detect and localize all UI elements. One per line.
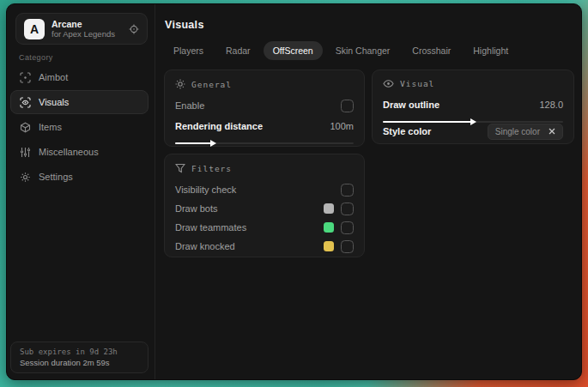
rendering-distance-value: 100m (330, 121, 354, 131)
card-title: Filters (191, 164, 232, 173)
sidebar-nav: Aimbot Visuals (10, 65, 149, 189)
filter-row: Visibility check (175, 181, 354, 198)
sidebar-item-visuals[interactable]: Visuals (10, 90, 149, 114)
draw-teammates-checkbox[interactable] (341, 221, 354, 234)
app-window: A Arcane for Apex Legends Category (6, 3, 582, 380)
draw-teammates-label: Draw teammates (175, 222, 246, 233)
draw-outline-label: Draw outline (383, 100, 439, 110)
app-logo: A (24, 19, 45, 39)
draw-bots-label: Draw bots (175, 203, 218, 214)
sidebar-item-label: Visuals (39, 97, 69, 107)
tab-crosshair[interactable]: Crosshair (403, 41, 460, 60)
draw-teammates-color-swatch[interactable] (324, 222, 334, 233)
tab-radar[interactable]: Radar (216, 41, 260, 60)
enable-checkbox[interactable] (341, 100, 354, 112)
sidebar: A Arcane for Apex Legends Category (7, 4, 155, 379)
tab-skin-changer[interactable]: Skin Changer (326, 41, 400, 60)
card-title: Visual (400, 79, 434, 88)
sidebar-item-label: Items (39, 122, 62, 132)
sidebar-item-label: Aimbot (39, 72, 68, 82)
filter-row: Draw knocked (175, 238, 354, 255)
draw-knocked-label: Draw knocked (175, 241, 235, 251)
filter-row: Draw teammates (175, 219, 354, 236)
rendering-distance-label: Rendering distance (175, 121, 263, 131)
app-logo-card: A Arcane for Apex Legends (15, 13, 148, 45)
tab-bar: Players Radar OffScreen Skin Changer Cro… (164, 41, 518, 60)
session-duration-text: Session duration 2m 59s (20, 358, 139, 367)
cube-icon (20, 122, 31, 133)
style-color-select[interactable]: Single color (488, 124, 563, 140)
sidebar-item-label: Settings (39, 172, 73, 182)
sun-icon (175, 79, 185, 89)
draw-outline-value: 128.0 (539, 100, 563, 110)
style-color-value: Single color (495, 127, 540, 136)
sub-expires-text: Sub expires in 9d 23h (20, 348, 139, 356)
subscription-info: Sub expires in 9d 23h Session duration 2… (10, 342, 149, 373)
slider-thumb[interactable] (470, 118, 476, 125)
gear-icon (20, 172, 31, 183)
sliders-icon (20, 147, 31, 158)
category-label: Category (19, 53, 53, 62)
sidebar-item-miscellaneous[interactable]: Miscellaneous (10, 140, 149, 164)
sidebar-item-items[interactable]: Items (10, 115, 149, 139)
page-title: Visuals (165, 19, 204, 31)
eye-icon (383, 79, 394, 88)
visibility-check-label: Visibility check (175, 184, 236, 195)
app-name: Arcane (52, 19, 122, 30)
visual-card: Visual Draw outline 128.0 Style color Si… (372, 70, 574, 144)
card-title: General (191, 80, 232, 89)
visibility-check-checkbox[interactable] (341, 184, 354, 197)
eye-scan-icon (20, 97, 31, 108)
filters-card: Filters Visibility check Draw bots Draw … (164, 154, 365, 257)
draw-knocked-color-swatch[interactable] (324, 241, 334, 251)
tab-players[interactable]: Players (164, 41, 213, 60)
tab-highlight[interactable]: Highlight (464, 41, 518, 60)
sidebar-item-aimbot[interactable]: Aimbot (10, 65, 149, 89)
target-icon[interactable] (129, 24, 139, 34)
funnel-icon (175, 163, 185, 173)
draw-knocked-checkbox[interactable] (341, 240, 354, 253)
filter-row: Draw bots (175, 200, 354, 217)
draw-bots-checkbox[interactable] (341, 203, 354, 215)
sidebar-item-settings[interactable]: Settings (10, 165, 149, 189)
close-icon[interactable] (549, 128, 555, 135)
tab-offscreen[interactable]: OffScreen (264, 41, 323, 60)
crosshair-icon (20, 72, 31, 83)
enable-label: Enable (175, 100, 204, 111)
style-color-label: Style color (383, 126, 431, 136)
sidebar-item-label: Miscellaneous (39, 147, 99, 157)
app-subtitle: for Apex Legends (52, 29, 122, 39)
draw-bots-color-swatch[interactable] (324, 203, 334, 214)
general-card: General Enable Rendering distance 100m (164, 70, 365, 147)
slider-thumb[interactable] (210, 140, 216, 147)
